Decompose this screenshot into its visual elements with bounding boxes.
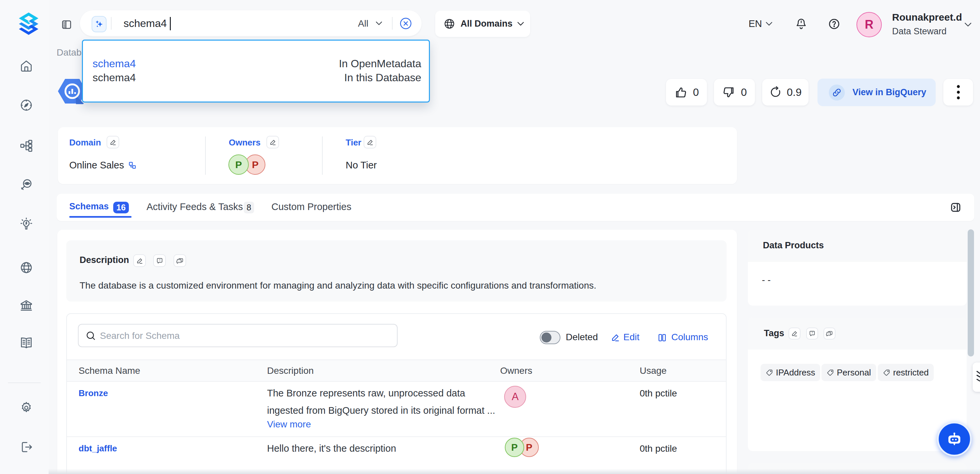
svg-text:?: ? [159,258,161,262]
svg-text:?: ? [811,332,813,334]
